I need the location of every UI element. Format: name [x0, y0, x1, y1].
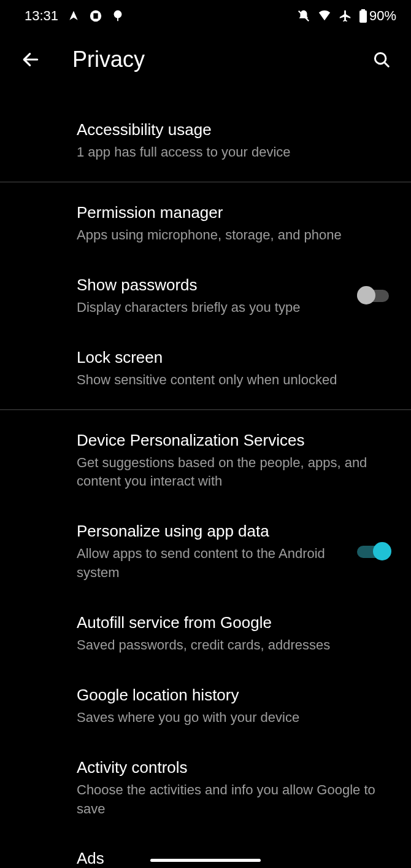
personalize-app-data-toggle[interactable] [357, 542, 393, 562]
setting-lock-screen[interactable]: Lock screen Show sensitive content only … [0, 332, 411, 405]
setting-title: Activity controls [77, 757, 384, 778]
svg-rect-3 [117, 17, 118, 21]
setting-title: Autofill service from Google [77, 612, 384, 634]
wifi-icon [318, 9, 331, 23]
setting-title: Personalize using app data [77, 521, 348, 542]
setting-autofill-google[interactable]: Autofill service from Google Saved passw… [0, 597, 411, 670]
svg-rect-5 [359, 10, 367, 23]
divider [0, 182, 411, 182]
shield-icon [89, 9, 102, 23]
setting-ads[interactable]: Ads [0, 833, 411, 868]
setting-subtitle: Allow apps to send content to the Androi… [77, 544, 348, 583]
setting-subtitle: Show sensitive content only when unlocke… [77, 371, 384, 390]
divider [0, 409, 411, 410]
show-passwords-toggle[interactable] [357, 286, 393, 306]
setting-title: Lock screen [77, 347, 384, 368]
setting-subtitle: Choose the activities and info you allow… [77, 781, 384, 819]
airplane-icon [339, 9, 352, 23]
svg-point-2 [114, 10, 122, 18]
setting-show-passwords[interactable]: Show passwords Display characters briefl… [0, 260, 411, 332]
setting-location-history[interactable]: Google location history Saves where you … [0, 670, 411, 742]
setting-title: Accessibility usage [77, 119, 384, 141]
send-arrow-icon [67, 9, 80, 23]
setting-device-personalization[interactable]: Device Personalization Services Get sugg… [0, 415, 411, 506]
setting-accessibility-usage[interactable]: Accessibility usage 1 app has full acces… [0, 104, 411, 177]
status-time: 13:31 [25, 8, 58, 24]
status-right: 90% [297, 8, 396, 24]
page-title: Privacy [72, 47, 369, 72]
status-bar: 13:31 90% [0, 0, 411, 32]
setting-subtitle: Get suggestions based on the people, app… [77, 454, 384, 492]
status-left: 13:31 [25, 8, 125, 24]
back-button[interactable] [18, 47, 43, 72]
app-bar: Privacy [0, 32, 411, 87]
svg-rect-1 [93, 13, 98, 18]
search-button[interactable] [369, 47, 394, 72]
battery-status: 90% [359, 8, 396, 24]
setting-title: Permission manager [77, 202, 384, 223]
setting-subtitle: Display characters briefly as you type [77, 298, 348, 317]
nav-handle[interactable] [150, 859, 261, 862]
setting-title: Ads [77, 848, 384, 868]
setting-activity-controls[interactable]: Activity controls Choose the activities … [0, 742, 411, 834]
setting-personalize-app-data[interactable]: Personalize using app data Allow apps to… [0, 506, 411, 597]
setting-title: Show passwords [77, 274, 348, 296]
battery-pct: 90% [369, 8, 396, 24]
setting-permission-manager[interactable]: Permission manager Apps using microphone… [0, 187, 411, 260]
setting-subtitle: 1 app has full access to your device [77, 143, 384, 162]
setting-subtitle: Saves where you go with your device [77, 708, 384, 727]
setting-subtitle: Apps using microphone, storage, and phon… [77, 226, 384, 245]
settings-list: Accessibility usage 1 app has full acces… [0, 87, 411, 868]
svg-rect-4 [361, 9, 365, 10]
dnd-bell-off-icon [297, 9, 310, 23]
setting-title: Device Personalization Services [77, 430, 384, 451]
tree-icon [111, 9, 125, 23]
setting-subtitle: Saved passwords, credit cards, addresses [77, 636, 384, 655]
setting-title: Google location history [77, 684, 384, 706]
